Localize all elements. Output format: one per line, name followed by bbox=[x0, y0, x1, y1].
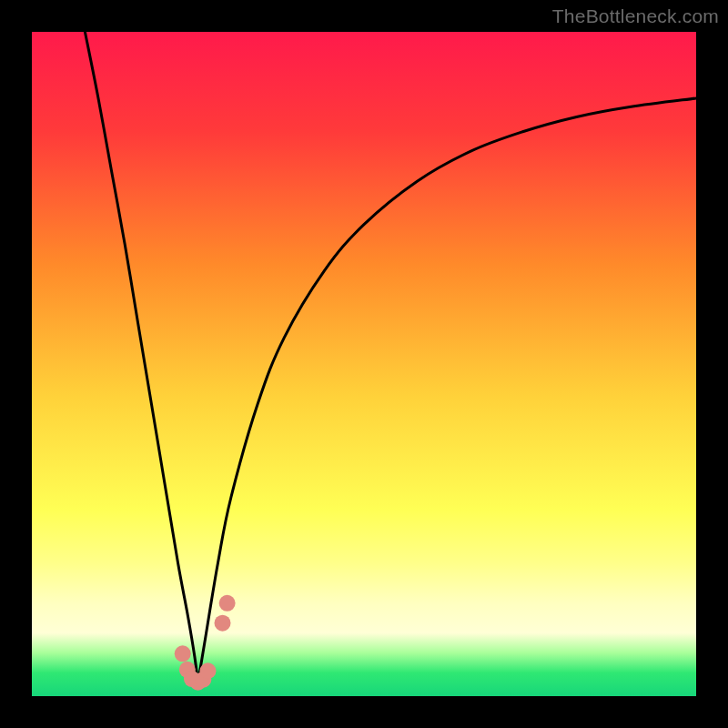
plot-area bbox=[32, 32, 696, 696]
curves-layer bbox=[32, 32, 696, 696]
marker-point bbox=[215, 615, 231, 632]
marker-point bbox=[199, 662, 216, 679]
chart-frame: TheBottleneck.com bbox=[0, 0, 728, 728]
series-left-branch bbox=[85, 32, 197, 682]
watermark-text: TheBottleneck.com bbox=[552, 5, 719, 27]
series-right-branch bbox=[198, 98, 697, 682]
marker-point bbox=[219, 595, 236, 612]
marker-point bbox=[175, 645, 191, 662]
